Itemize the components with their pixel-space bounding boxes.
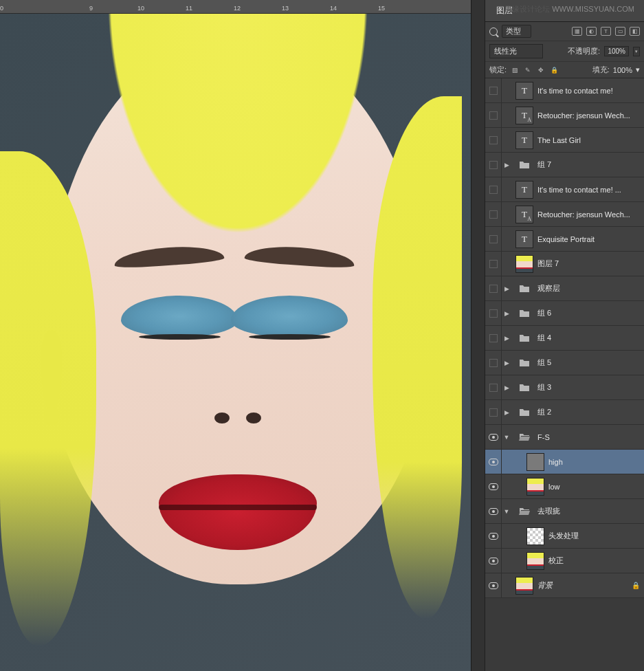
layer-expand-toggle[interactable]: ▶ xyxy=(502,360,511,366)
layer-name[interactable]: 组 3 xyxy=(537,382,644,393)
layer-row[interactable]: TRetoucher: jsensun Wech... xyxy=(485,202,644,227)
opacity-input[interactable]: 100% xyxy=(604,46,629,56)
layer-thumbnail[interactable]: T xyxy=(515,82,533,100)
layer-name[interactable]: high xyxy=(548,458,644,466)
layer-thumbnail[interactable] xyxy=(515,255,533,273)
layer-expand-toggle[interactable]: ▼ xyxy=(502,508,511,515)
lock-position-icon[interactable]: ✥ xyxy=(536,65,546,74)
layer-name[interactable]: F-S xyxy=(537,433,644,441)
layer-thumbnail[interactable] xyxy=(515,379,533,397)
layer-expand-toggle[interactable]: ▶ xyxy=(502,384,511,391)
layer-row[interactable]: ▶组 6 xyxy=(485,301,644,326)
layer-expand-toggle[interactable]: ▶ xyxy=(502,335,511,342)
layer-name[interactable]: Retoucher: jsensun Wech... xyxy=(537,111,644,120)
visibility-toggle[interactable] xyxy=(485,202,502,226)
layer-thumbnail[interactable] xyxy=(515,156,533,174)
layer-name[interactable]: 头发处理 xyxy=(548,531,644,541)
opacity-stepper[interactable]: ▾ xyxy=(633,47,640,56)
layer-name[interactable]: 组 7 xyxy=(537,160,644,170)
layer-expand-toggle[interactable]: ▶ xyxy=(502,310,511,317)
layer-row[interactable]: TIt's time to contact me! xyxy=(485,78,644,103)
visibility-toggle[interactable] xyxy=(485,128,502,152)
layer-name[interactable]: 图层 7 xyxy=(537,258,644,269)
layer-name[interactable]: 组 2 xyxy=(537,407,644,417)
visibility-toggle[interactable] xyxy=(485,549,502,573)
layer-row[interactable]: ▶组 2 xyxy=(485,400,644,425)
visibility-toggle[interactable] xyxy=(485,276,502,300)
layer-name[interactable]: It's time to contact me! xyxy=(537,87,644,95)
layer-name[interactable]: It's time to contact me! ... xyxy=(537,186,644,194)
visibility-toggle[interactable] xyxy=(485,474,502,498)
layer-name[interactable]: 组 6 xyxy=(537,308,644,318)
layer-row[interactable]: TIt's time to contact me! ... xyxy=(485,177,644,202)
layer-thumbnail[interactable]: T xyxy=(515,181,533,199)
layer-thumbnail[interactable] xyxy=(515,428,533,446)
document-canvas[interactable] xyxy=(0,14,471,671)
visibility-toggle[interactable] xyxy=(485,103,502,127)
fill-input[interactable]: 100% xyxy=(613,66,632,74)
filter-smart-icon[interactable]: ◧ xyxy=(630,27,640,36)
layer-thumbnail[interactable] xyxy=(515,577,533,595)
visibility-toggle[interactable] xyxy=(485,375,502,399)
visibility-toggle[interactable] xyxy=(485,227,502,251)
layer-name[interactable]: 组 5 xyxy=(537,358,644,368)
layer-row[interactable]: 头发处理 xyxy=(485,524,644,549)
layer-name[interactable]: Retoucher: jsensun Wech... xyxy=(537,210,644,219)
visibility-toggle[interactable] xyxy=(485,524,502,548)
layer-thumbnail[interactable] xyxy=(526,453,544,471)
layer-thumbnail[interactable] xyxy=(526,478,544,496)
filter-shape-icon[interactable]: ▭ xyxy=(615,27,625,36)
layer-row[interactable]: low xyxy=(485,474,644,499)
layer-expand-toggle[interactable]: ▶ xyxy=(502,162,511,168)
layer-name[interactable]: 组 4 xyxy=(537,333,644,343)
layer-thumbnail[interactable] xyxy=(515,280,533,298)
layer-thumbnail[interactable] xyxy=(515,329,533,347)
layer-thumbnail[interactable] xyxy=(526,552,544,570)
blend-mode-dropdown[interactable]: 线性光 xyxy=(489,44,543,58)
layer-thumbnail[interactable]: T xyxy=(515,107,533,124)
layer-name[interactable]: 校正 xyxy=(548,556,644,566)
layer-row[interactable]: TExquisite Portrait xyxy=(485,227,644,252)
visibility-toggle[interactable] xyxy=(485,78,502,102)
layer-thumbnail[interactable]: T xyxy=(515,230,533,248)
visibility-toggle[interactable] xyxy=(485,499,502,523)
layer-name[interactable]: 观察层 xyxy=(537,283,644,294)
layer-expand-toggle[interactable]: ▶ xyxy=(502,285,511,292)
layer-thumbnail[interactable] xyxy=(526,527,544,545)
layer-row[interactable]: ▼去瑕疵 xyxy=(485,499,644,524)
filter-pixel-icon[interactable]: ▦ xyxy=(572,27,582,36)
layer-row[interactable]: ▶组 3 xyxy=(485,375,644,400)
visibility-toggle[interactable] xyxy=(485,573,502,597)
lock-pixels-icon[interactable]: ✎ xyxy=(523,65,533,74)
layer-row[interactable]: ▶观察层 xyxy=(485,276,644,301)
filter-adjust-icon[interactable]: ◐ xyxy=(586,27,597,36)
layer-name[interactable]: Exquisite Portrait xyxy=(537,235,644,243)
visibility-toggle[interactable] xyxy=(485,326,502,350)
layer-row[interactable]: 图层 7 xyxy=(485,252,644,276)
filter-type-dropdown[interactable]: 类型 xyxy=(502,25,531,38)
layer-name[interactable]: 去瑕疵 xyxy=(537,506,644,516)
layer-expand-toggle[interactable]: ▶ xyxy=(502,409,511,416)
visibility-toggle[interactable] xyxy=(485,351,502,375)
layer-row[interactable]: ▶组 4 xyxy=(485,326,644,351)
visibility-toggle[interactable] xyxy=(485,252,502,276)
layer-row[interactable]: ▶组 7 xyxy=(485,153,644,177)
layer-thumbnail[interactable] xyxy=(515,305,533,322)
layer-row[interactable]: ▼F-S xyxy=(485,425,644,450)
visibility-toggle[interactable] xyxy=(485,301,502,325)
layer-thumbnail[interactable] xyxy=(515,404,533,421)
lock-all-icon[interactable]: 🔒 xyxy=(549,65,559,74)
lock-transparency-icon[interactable]: ▧ xyxy=(510,65,520,74)
layer-name[interactable]: The Last Girl xyxy=(537,136,644,144)
layer-thumbnail[interactable] xyxy=(515,354,533,372)
visibility-toggle[interactable] xyxy=(485,450,502,474)
layer-thumbnail[interactable]: T xyxy=(515,206,533,223)
layer-name[interactable]: low xyxy=(548,483,644,491)
layer-thumbnail[interactable] xyxy=(515,503,533,520)
layer-row[interactable]: TThe Last Girl xyxy=(485,128,644,153)
visibility-toggle[interactable] xyxy=(485,400,502,424)
layer-row[interactable]: ▶组 5 xyxy=(485,351,644,375)
layer-name[interactable]: 背景 xyxy=(537,580,630,591)
layer-expand-toggle[interactable]: ▼ xyxy=(502,434,511,441)
layer-row[interactable]: TRetoucher: jsensun Wech... xyxy=(485,103,644,128)
